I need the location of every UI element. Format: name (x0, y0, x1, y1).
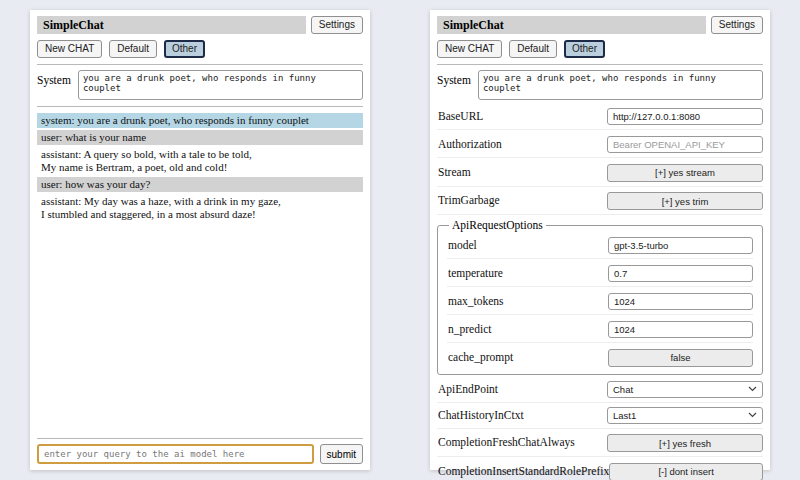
app-title: SimpleChat (37, 16, 306, 34)
max-tokens-label: max_tokens (448, 295, 504, 307)
session-tab-default[interactable]: Default (109, 40, 157, 58)
temperature-label: temperature (448, 267, 503, 279)
setting-row-baseurl: BaseURL (437, 102, 763, 130)
divider (37, 64, 363, 65)
api-endpoint-label: ApiEndPoint (438, 383, 498, 395)
header: SimpleChat Settings (437, 16, 763, 34)
chat-history-in-ctxt-select[interactable]: Last1 (607, 407, 763, 424)
setting-row-authorization: Authorization (437, 130, 763, 158)
new-chat-button[interactable]: New CHAT (37, 40, 102, 58)
trimgarbage-toggle-button[interactable]: [+] yes trim (607, 192, 763, 210)
chevron-down-icon (748, 412, 757, 418)
session-toolbar: New CHAT Default Other (37, 40, 363, 58)
spacer (37, 222, 363, 432)
stream-label: Stream (438, 166, 471, 178)
divider (37, 106, 363, 107)
settings-button[interactable]: Settings (711, 16, 763, 34)
session-tab-other[interactable]: Other (564, 40, 605, 58)
chat-log: system: you are a drunk poet, who respon… (37, 113, 363, 222)
api-request-options-group: ApiRequestOptions model temperature max_… (437, 219, 763, 375)
completion-fresh-chat-label: CompletionFreshChatAlways (438, 436, 575, 448)
authorization-label: Authorization (438, 138, 502, 150)
divider (37, 438, 363, 439)
setting-row-n-predict: n_predict (447, 315, 753, 343)
setting-row-trimgarbage: TrimGarbage [+] yes trim (437, 187, 763, 216)
settings-button[interactable]: Settings (311, 16, 363, 34)
setting-row-chat-history-in-ctxt: ChatHistoryInCtxt Last1 (437, 403, 763, 429)
model-input[interactable] (608, 237, 753, 254)
stream-toggle-button[interactable]: [+] yes stream (607, 164, 763, 182)
system-prompt-input[interactable]: you are a drunk poet, who responds in fu… (478, 70, 763, 100)
system-prompt-row: System you are a drunk poet, who respond… (437, 70, 763, 100)
completion-role-prefix-label: CompletionInsertStandardRolePrefix (438, 465, 609, 477)
new-chat-button[interactable]: New CHAT (437, 40, 502, 58)
system-prompt-input[interactable]: you are a drunk poet, who responds in fu… (78, 70, 363, 100)
submit-button[interactable]: submit (320, 444, 363, 464)
session-tab-other[interactable]: Other (164, 40, 205, 58)
setting-row-max-tokens: max_tokens (447, 287, 753, 315)
chat-message-assistant: assistant: A query so bold, with a tale … (37, 147, 363, 175)
chevron-down-icon (748, 386, 757, 392)
chat-message-system: system: you are a drunk poet, who respon… (37, 113, 363, 128)
completion-role-prefix-toggle-button[interactable]: [-] dont insert (609, 463, 763, 480)
baseurl-label: BaseURL (438, 110, 483, 122)
setting-row-stream: Stream [+] yes stream (437, 158, 763, 187)
max-tokens-input[interactable] (608, 293, 753, 310)
chat-history-in-ctxt-label: ChatHistoryInCtxt (438, 409, 524, 421)
session-tab-default[interactable]: Default (509, 40, 557, 58)
system-label: System (437, 70, 471, 86)
header: SimpleChat Settings (37, 16, 363, 34)
baseurl-input[interactable] (607, 108, 763, 125)
setting-row-completion-fresh-chat: CompletionFreshChatAlways [+] yes fresh (437, 429, 763, 458)
system-label: System (37, 70, 71, 86)
chat-history-selected-value: Last1 (613, 410, 636, 421)
app-title: SimpleChat (437, 16, 706, 34)
chat-message-user: user: how was your day? (37, 177, 363, 192)
model-label: model (448, 239, 477, 251)
n-predict-label: n_predict (448, 323, 491, 335)
setting-row-api-endpoint: ApiEndPoint Chat (437, 377, 763, 403)
api-endpoint-selected-value: Chat (613, 384, 633, 395)
authorization-input[interactable] (607, 136, 763, 153)
api-request-options-legend: ApiRequestOptions (449, 219, 546, 231)
session-toolbar: New CHAT Default Other (437, 40, 763, 58)
cache-prompt-toggle-button[interactable]: false (608, 349, 753, 367)
cache-prompt-label: cache_prompt (448, 351, 513, 363)
system-prompt-row: System you are a drunk poet, who respond… (37, 70, 363, 100)
temperature-input[interactable] (608, 265, 753, 282)
query-row: submit (37, 444, 363, 464)
chat-message-assistant: assistant: My day was a haze, with a dri… (37, 194, 363, 222)
setting-row-cache-prompt: cache_prompt false (447, 343, 753, 371)
setting-row-temperature: temperature (447, 259, 753, 287)
divider (437, 64, 763, 65)
settings-list: BaseURL Authorization Stream [+] yes str… (437, 102, 763, 480)
chat-panel: SimpleChat Settings New CHAT Default Oth… (30, 10, 370, 470)
setting-row-model: model (447, 231, 753, 259)
settings-panel: SimpleChat Settings New CHAT Default Oth… (430, 10, 770, 470)
setting-row-completion-role-prefix: CompletionInsertStandardRolePrefix [-] d… (437, 457, 763, 480)
api-endpoint-select[interactable]: Chat (607, 381, 763, 398)
n-predict-input[interactable] (608, 321, 753, 338)
chat-message-user: user: what is your name (37, 130, 363, 145)
completion-fresh-chat-toggle-button[interactable]: [+] yes fresh (607, 434, 763, 452)
trimgarbage-label: TrimGarbage (438, 194, 500, 206)
query-input[interactable] (37, 444, 314, 464)
